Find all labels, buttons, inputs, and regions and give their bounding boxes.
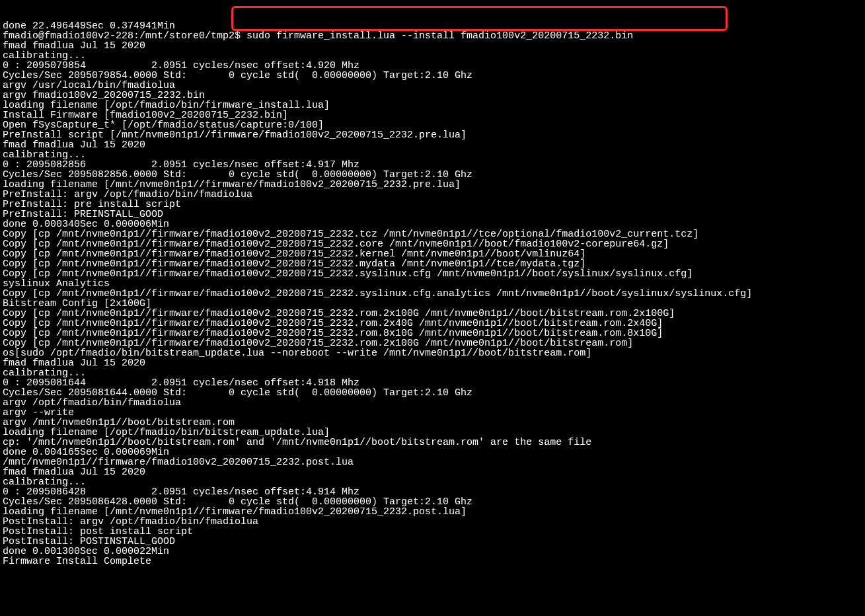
terminal-line: Install Firmware [fmadio100v2_20200715_2…: [3, 110, 865, 120]
terminal-line: argv --write: [3, 408, 865, 418]
terminal-line: syslinux Analytics: [3, 279, 865, 289]
terminal-line: Copy [cp /mnt/nvme0n1p1//firmware/fmadio…: [3, 229, 865, 239]
terminal-line: fmad fmadlua Jul 15 2020: [3, 140, 865, 150]
terminal-line: Copy [cp /mnt/nvme0n1p1//firmware/fmadio…: [3, 269, 865, 279]
terminal-line: loading filename [/mnt/nvme0n1p1//firmwa…: [3, 180, 865, 190]
terminal-output: done 22.496449Sec 0.374941Minfmadio@fmad…: [3, 21, 865, 566]
terminal-line: fmad fmadlua Jul 15 2020: [3, 41, 865, 51]
terminal-line: calibrating...: [3, 150, 865, 160]
terminal-line: Copy [cp /mnt/nvme0n1p1//firmware/fmadio…: [3, 309, 865, 319]
terminal-line: Cycles/Sec 2095082856.0000 Std: 0 cycle …: [3, 170, 865, 180]
terminal-line: PreInstall: PREINSTALL_GOOD: [3, 210, 865, 219]
terminal-line: PreInstall: pre install script: [3, 200, 865, 210]
terminal-line: fmad fmadlua Jul 15 2020: [3, 358, 865, 368]
terminal-line: done 0.004165Sec 0.000069Min: [3, 447, 865, 457]
terminal-line: Copy [cp /mnt/nvme0n1p1//firmware/fmadio…: [3, 289, 865, 299]
terminal-line: /mnt/nvme0n1p1//firmware/fmadio100v2_202…: [3, 457, 865, 467]
terminal-line: Copy [cp /mnt/nvme0n1p1//firmware/fmadio…: [3, 319, 865, 328]
terminal-line: Cycles/Sec 2095086428.0000 Std: 0 cycle …: [3, 497, 865, 507]
terminal-line: PostInstall: POSTINSTALL_GOOD: [3, 537, 865, 547]
terminal-line: argv fmadio100v2_20200715_2232.bin: [3, 91, 865, 100]
terminal[interactable]: done 22.496449Sec 0.374941Minfmadio@fmad…: [0, 0, 865, 586]
terminal-line: argv /opt/fmadio/bin/fmadiolua: [3, 398, 865, 408]
terminal-line: Bitstream Config [2x100G]: [3, 299, 865, 309]
terminal-line: calibrating...: [3, 368, 865, 378]
terminal-line: fmad fmadlua Jul 15 2020: [3, 467, 865, 477]
terminal-line: PreInstall: argv /opt/fmadio/bin/fmadiol…: [3, 190, 865, 200]
terminal-line: fmadio@fmadio100v2-228:/mnt/store0/tmp2$…: [3, 31, 865, 41]
terminal-line: cp: '/mnt/nvme0n1p1//boot/bitstream.rom'…: [3, 438, 865, 447]
terminal-line: calibrating...: [3, 477, 865, 487]
terminal-line: Firmware Install Complete: [3, 557, 865, 566]
terminal-line: Cycles/Sec 2095081644.0000 Std: 0 cycle …: [3, 388, 865, 398]
terminal-line: 0 : 2095079854 2.0951 cycles/nsec offset…: [3, 61, 865, 71]
terminal-line: argv /usr/local/bin/fmadiolua: [3, 81, 865, 91]
terminal-line: PreInstall script [/mnt/nvme0n1p1//firmw…: [3, 130, 865, 140]
terminal-line: loading filename [/mnt/nvme0n1p1//firmwa…: [3, 507, 865, 517]
terminal-line: done 0.001300Sec 0.000022Min: [3, 547, 865, 557]
terminal-line: Copy [cp /mnt/nvme0n1p1//firmware/fmadio…: [3, 338, 865, 348]
terminal-line: argv /mnt/nvme0n1p1//boot/bitstream.rom: [3, 418, 865, 428]
terminal-line: 0 : 2095081644 2.0951 cycles/nsec offset…: [3, 378, 865, 388]
terminal-line: 0 : 2095086428 2.0951 cycles/nsec offset…: [3, 487, 865, 497]
terminal-line: PostInstall: argv /opt/fmadio/bin/fmadio…: [3, 517, 865, 527]
terminal-line: calibrating...: [3, 51, 865, 61]
terminal-line: Copy [cp /mnt/nvme0n1p1//firmware/fmadio…: [3, 239, 865, 249]
terminal-line: os[sudo /opt/fmadio/bin/bitstream_update…: [3, 348, 865, 358]
terminal-line: Cycles/Sec 2095079854.0000 Std: 0 cycle …: [3, 71, 865, 81]
terminal-line: loading filename [/opt/fmadio/bin/firmwa…: [3, 100, 865, 110]
terminal-line: Open fSysCapture_t* [/opt/fmadio/status/…: [3, 120, 865, 130]
terminal-line: Copy [cp /mnt/nvme0n1p1//firmware/fmadio…: [3, 249, 865, 259]
terminal-line: Copy [cp /mnt/nvme0n1p1//firmware/fmadio…: [3, 328, 865, 338]
terminal-line: done 22.496449Sec 0.374941Min: [3, 21, 865, 31]
terminal-line: PostInstall: post install script: [3, 527, 865, 537]
terminal-line: done 0.000340Sec 0.000006Min: [3, 219, 865, 229]
terminal-line: loading filename [/opt/fmadio/bin/bitstr…: [3, 428, 865, 438]
terminal-line: 0 : 2095082856 2.0951 cycles/nsec offset…: [3, 160, 865, 170]
terminal-line: Copy [cp /mnt/nvme0n1p1//firmware/fmadio…: [3, 259, 865, 269]
